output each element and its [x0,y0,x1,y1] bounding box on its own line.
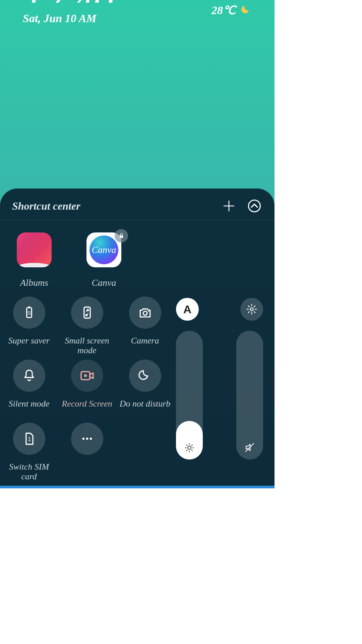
svg-text:S: S [27,310,31,316]
toggle-label: Silent mode [8,399,49,409]
brightness-slider[interactable] [176,331,203,460]
svg-text:1: 1 [28,436,31,442]
small-screen-icon [80,305,95,320]
nav-bar-edge [0,486,275,488]
recent-apps-row: Albums Canva Canva [0,220,275,288]
moon-icon [240,4,252,16]
toggle-label: Super saver [8,336,50,346]
clock-date: Sat, Jun 10 AM [23,12,113,25]
lock-icon [118,232,125,239]
settings-button[interactable] [240,298,263,321]
collapse-button[interactable] [246,198,262,214]
add-button[interactable] [221,198,237,214]
canva-inner-label: Canva [89,235,118,264]
panel-header: Shortcut center [0,198,275,220]
svg-point-13 [250,308,253,311]
sim-card-icon: 1 [22,431,37,446]
crescent-icon [138,368,153,383]
clock-widget[interactable]: 12 40 Sat, Jun 10 AM Dehradun 28℃ [0,0,275,25]
camera-icon [138,305,153,320]
clock-time: 12 40 [23,0,113,3]
toggle-more[interactable] [59,423,115,486]
albums-icon [17,232,52,267]
svg-rect-2 [28,307,30,308]
plus-icon [222,199,236,213]
brightness-icon [184,443,194,453]
auto-brightness-label: A [183,303,192,316]
toggles-grid-area: S Super saver Small screen mode Camera S… [0,292,174,488]
svg-point-0 [249,200,260,212]
app-label: Canva [92,277,116,288]
svg-point-8 [84,374,87,377]
toggle-small-screen[interactable]: Small screen mode [59,297,115,360]
more-icon [80,431,95,446]
svg-point-5 [143,311,147,315]
record-screen-icon [79,368,95,384]
svg-rect-4 [84,307,90,318]
app-canva[interactable]: Canva Canva [86,232,121,288]
weather-city: Dehradun [211,0,252,1]
volume-slider[interactable] [236,331,263,460]
toggle-super-saver[interactable]: S Super saver [1,297,57,360]
brightness-fill [176,421,203,460]
weather-temp: 28℃ [212,3,236,17]
svg-point-14 [188,446,191,449]
toggle-label: Record Screen [62,399,112,409]
app-albums[interactable]: Albums [17,232,52,288]
svg-point-11 [86,438,88,440]
app-label: Albums [20,277,48,288]
chevron-up-circle-icon [247,199,261,213]
auto-brightness-button[interactable]: A [176,298,199,321]
svg-point-10 [82,438,84,440]
toggle-record-screen[interactable]: Record Screen [59,360,115,423]
volume-mute-icon [244,442,255,453]
battery-saver-icon: S [22,305,37,320]
gear-icon [246,304,257,315]
toggle-silent-mode[interactable]: Silent mode [1,360,57,423]
sliders-area: A [174,295,275,488]
bell-icon [22,368,37,383]
toggle-label: Camera [131,336,159,346]
toggle-label: Do not disturb [120,399,171,409]
toggle-label: Switch SIM card [1,462,57,481]
toggle-switch-sim[interactable]: 1 Switch SIM card [1,423,57,486]
svg-point-12 [89,438,92,440]
toggle-label: Small screen mode [59,336,115,355]
panel-title: Shortcut center [12,200,212,212]
toggle-do-not-disturb[interactable]: Do not disturb [117,360,173,423]
toggle-camera[interactable]: Camera [117,297,173,360]
svg-point-6 [148,311,149,312]
lock-badge [115,229,128,243]
